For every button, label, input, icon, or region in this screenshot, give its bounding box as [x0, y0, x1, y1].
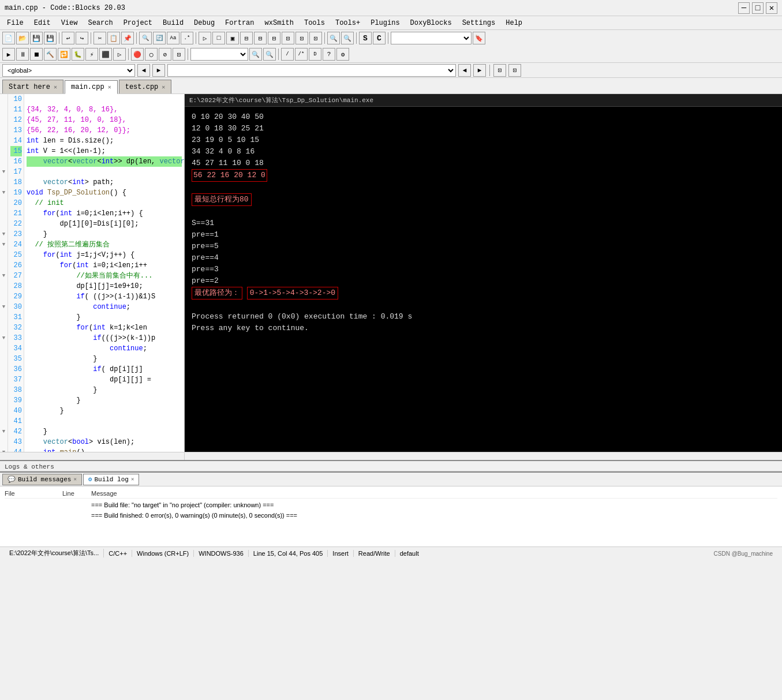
tool8[interactable]: ⊡ [282, 32, 294, 44]
cursor-btn[interactable]: ▷ [199, 32, 211, 44]
menu-item-edit[interactable]: Edit [29, 18, 55, 28]
debug2-btn[interactable]: ⚡ [85, 48, 98, 61]
menu-item-build[interactable]: Build [158, 18, 188, 28]
tool7[interactable]: ⊟ [268, 32, 280, 44]
status-rw: Read/Write [354, 550, 395, 557]
bp3-btn[interactable]: ⊘ [159, 48, 171, 61]
nav-btn1[interactable]: ◀ [458, 64, 471, 77]
status-mode: Insert [328, 550, 354, 557]
help2-btn[interactable]: ⚙ [336, 48, 349, 61]
tab-main-cpp[interactable]: main.cpp ✕ [65, 80, 118, 94]
main-area: ▼ ▼ ▼ ▼ ▼ ▼ ▼ [0, 94, 782, 452]
nav-fwd[interactable]: ▶ [152, 64, 165, 77]
function-dropdown[interactable] [167, 64, 456, 77]
menu-item-settings[interactable]: Settings [458, 18, 500, 28]
debug-btn[interactable]: 🐛 [72, 48, 84, 61]
copy-button[interactable]: 📋 [107, 32, 120, 44]
find-btn3[interactable]: .* [181, 32, 193, 44]
cut-button[interactable]: ✂ [93, 32, 106, 44]
doc-btn[interactable]: D [309, 48, 321, 61]
editor-hscroll[interactable] [0, 452, 782, 460]
nav-jump2[interactable]: ⊡ [508, 64, 521, 77]
find-btn2[interactable]: Aa [167, 32, 179, 44]
sep5 [324, 32, 325, 44]
sep3 [136, 32, 137, 44]
tab-main-cpp-close[interactable]: ✕ [108, 84, 111, 91]
menu-item-tools[interactable]: Tools [300, 18, 330, 28]
scope-dropdown[interactable]: <global> [2, 64, 135, 77]
status-path: E:\2022年文件\course\算法\Ts... [5, 549, 104, 557]
watch2-btn[interactable]: 🔍 [263, 48, 276, 61]
bp-btn[interactable]: 🔴 [131, 48, 144, 61]
menu-item-project[interactable]: Project [119, 18, 157, 28]
nav-btn2[interactable]: ▶ [473, 64, 486, 77]
select-btn[interactable]: ▣ [226, 32, 239, 44]
help-btn[interactable]: ? [323, 48, 335, 61]
run-btn[interactable]: ▶ [2, 48, 15, 61]
zoom-in-btn[interactable]: 🔍 [327, 32, 340, 44]
build-btn[interactable]: 🔨 [44, 48, 57, 61]
comment2-btn[interactable]: /* [295, 48, 308, 61]
tab-build-messages-close[interactable]: ✕ [73, 476, 76, 482]
tool10[interactable]: ⊡ [309, 32, 322, 44]
nav-jump[interactable]: ⊡ [493, 64, 506, 77]
sc-btn2[interactable]: C [373, 32, 386, 44]
tab-build-log-close[interactable]: ✕ [131, 476, 134, 482]
term-row-14: pre==3 [192, 264, 775, 275]
tab-start-here-close[interactable]: ✕ [54, 84, 57, 91]
menu-item-view[interactable]: View [57, 18, 83, 28]
pause-btn[interactable]: ⏸ [16, 48, 29, 61]
tab-build-log[interactable]: ⚙ Build log ✕ [83, 474, 139, 485]
rect-btn[interactable]: □ [212, 32, 225, 44]
replace-button[interactable]: 🔄 [153, 32, 166, 44]
file-dropdown[interactable] [391, 32, 472, 44]
menu-item-wxsmith[interactable]: wxSmith [260, 18, 298, 28]
comment-btn[interactable]: / [281, 48, 294, 61]
tab-test-cpp[interactable]: test.cpp ✕ [119, 80, 172, 93]
code-editor[interactable]: ▼ ▼ ▼ ▼ ▼ ▼ ▼ [0, 94, 185, 452]
close-button[interactable]: ✕ [766, 2, 777, 14]
rebuild-btn[interactable]: 🔁 [58, 48, 70, 61]
tab-build-log-label: Build log [94, 476, 128, 483]
search-button[interactable]: 🔍 [139, 32, 152, 44]
paste-button[interactable]: 📌 [121, 32, 134, 44]
tab-start-here[interactable]: Start here ✕ [2, 80, 63, 93]
debug3-btn[interactable]: ⬛ [99, 48, 112, 61]
zoom-out-btn[interactable]: 🔍 [341, 32, 354, 44]
debug4-btn[interactable]: ▷ [113, 48, 126, 61]
menu-item-plugins[interactable]: Plugins [366, 18, 404, 28]
new-file-button[interactable]: 📄 [2, 32, 15, 44]
menu-item-help[interactable]: Help [501, 18, 527, 28]
minimize-button[interactable]: ─ [738, 2, 750, 14]
tool5[interactable]: ⊟ [240, 32, 253, 44]
menu-item-file[interactable]: File [2, 18, 28, 28]
menu-item-fortran[interactable]: Fortran [220, 18, 259, 28]
save-button[interactable]: 💾 [30, 32, 43, 44]
maximize-button[interactable]: □ [752, 2, 764, 14]
bp4-btn[interactable]: ⊡ [173, 48, 185, 61]
menu-item-tools+[interactable]: Tools+ [331, 18, 365, 28]
menu-item-debug[interactable]: Debug [189, 18, 219, 28]
sc-btn[interactable]: S [359, 32, 372, 44]
term-row-15: pre==2 [192, 275, 775, 287]
nav-back[interactable]: ◀ [137, 64, 150, 77]
debug-dropdown[interactable] [190, 48, 248, 61]
stop-btn[interactable]: ⏹ [30, 48, 43, 61]
tab-start-here-label: Start here [9, 83, 50, 91]
save-all-button[interactable]: 💾 [44, 32, 57, 44]
watch-btn[interactable]: 🔍 [249, 48, 262, 61]
bp2-btn[interactable]: ◯ [145, 48, 158, 61]
redo-button[interactable]: ↪ [76, 32, 88, 44]
code-area[interactable]: {34, 32, 4, 0, 8, 16}, {45, 27, 11, 10, … [24, 94, 184, 452]
terminal-content: 0 10 20 30 40 50 12 0 18 30 25 21 23 19 … [185, 107, 782, 339]
tool9[interactable]: ⊡ [295, 32, 308, 44]
titlebar: main.cpp - Code::Blocks 20.03 ─ □ ✕ [0, 0, 782, 16]
undo-button[interactable]: ↩ [62, 32, 74, 44]
tab-build-messages[interactable]: 💬 Build messages ✕ [2, 474, 82, 485]
bookmark-btn[interactable]: 🔖 [473, 32, 485, 44]
tool6[interactable]: ⊟ [254, 32, 267, 44]
menu-item-search[interactable]: Search [83, 18, 117, 28]
open-file-button[interactable]: 📂 [16, 32, 29, 44]
tab-test-cpp-close[interactable]: ✕ [162, 84, 165, 91]
menu-item-doxyblocks[interactable]: DoxyBlocks [406, 18, 457, 28]
